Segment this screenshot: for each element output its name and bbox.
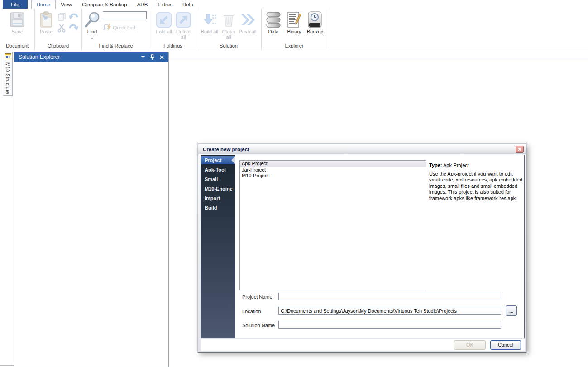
paste-clipboard-icon — [39, 10, 53, 29]
save-label: Save — [11, 29, 23, 35]
ribbon-group-solution: Build all Clean all — [196, 9, 262, 50]
unfold-all-icon — [175, 10, 192, 29]
nav-item-smali[interactable]: Smali — [201, 175, 235, 183]
copy-icon[interactable] — [56, 12, 67, 22]
database-icon — [265, 10, 282, 29]
tab-extras[interactable]: Extras — [153, 0, 177, 9]
quick-find-icon — [103, 23, 112, 32]
ribbon-group-clipboard: Paste Clipboard — [35, 9, 82, 50]
ribbon-group-foldings: Fold all Unfold all Foldings — [150, 9, 196, 50]
backup-label: Backup — [307, 29, 324, 35]
clipboard-small-buttons — [56, 12, 79, 35]
solution-explorer-titlebar[interactable]: Solution Explorer — [14, 52, 168, 62]
tab-file[interactable]: File — [3, 0, 28, 9]
list-item-m10-project[interactable]: M10-Project — [240, 173, 426, 179]
tab-home[interactable]: Home — [31, 0, 56, 9]
ribbon-group-explorer: Data — [262, 9, 327, 50]
find-search-input[interactable] — [103, 11, 147, 19]
build-all-button[interactable]: Build all — [199, 10, 220, 40]
find-dropdown-caret-icon[interactable] — [91, 36, 94, 41]
cancel-button[interactable]: Cancel — [490, 340, 521, 350]
quick-find-button[interactable]: Quick find — [103, 23, 149, 32]
tab-view[interactable]: View — [56, 0, 77, 9]
fold-all-label: Fold all — [156, 29, 172, 35]
project-type-list: Apk-Project Jar-Project M10-Project — [239, 160, 426, 290]
nav-item-build[interactable]: Build — [201, 204, 235, 212]
nav-item-m10-engine[interactable]: M10-Engine — [201, 185, 235, 193]
solution-explorer-title: Solution Explorer — [19, 54, 60, 60]
ribbon-group-find-replace: Find Q — [82, 9, 150, 50]
tab-adb[interactable]: ADB — [132, 0, 153, 9]
panel-menu-chevron-icon[interactable] — [141, 56, 145, 58]
group-label-solution: Solution — [196, 43, 261, 48]
dialog-titlebar[interactable]: Create new project — [198, 144, 526, 154]
list-item-jar-project[interactable]: Jar-Project — [240, 167, 426, 173]
backup-explorer-button[interactable]: Backup — [305, 10, 325, 35]
project-type-info: Type: Apk-Project Use the Apk-project if… — [429, 162, 523, 201]
browse-button[interactable]: ... — [506, 305, 517, 316]
nav-item-project[interactable]: Project — [201, 156, 235, 164]
find-label: Find — [87, 29, 97, 35]
cut-scissors-icon[interactable] — [56, 23, 67, 33]
unfold-all-button[interactable]: Unfold all — [174, 10, 192, 40]
fold-all-icon — [155, 10, 172, 29]
ok-button[interactable]: OK — [454, 340, 486, 350]
dock-tab-m10-structure[interactable]: M10 Structure — [3, 52, 13, 96]
backup-drive-clock-icon — [306, 10, 324, 29]
group-label-clipboard: Clipboard — [35, 43, 81, 48]
ribbon-tabbar: File Home View Compare & Backup ADB Extr… — [0, 0, 588, 9]
fold-all-button[interactable]: Fold all — [153, 10, 174, 40]
group-label-foldings: Foldings — [150, 43, 196, 48]
solution-name-input[interactable] — [278, 321, 501, 329]
project-name-input[interactable] — [278, 293, 501, 300]
list-item-apk-project[interactable]: Apk-Project — [240, 161, 426, 167]
solution-name-label: Solution Name — [242, 323, 275, 328]
redo-icon[interactable] — [67, 23, 79, 33]
app-window: File Home View Compare & Backup ADB Extr… — [0, 0, 588, 367]
binary-explorer-button[interactable]: Binary — [284, 10, 305, 35]
find-button[interactable]: Find — [83, 10, 101, 41]
data-explorer-button[interactable]: Data — [263, 10, 284, 35]
clean-all-button[interactable]: Clean all — [220, 10, 237, 40]
dialog-title: Create new project — [203, 147, 249, 152]
project-type-description: Use the Apk-project if you want to edit … — [429, 171, 523, 201]
nav-item-apk-tool[interactable]: Apk-Tool — [201, 166, 235, 174]
ribbon: Save Document Paste — [0, 9, 588, 50]
save-button[interactable]: Save — [7, 10, 28, 35]
undo-icon[interactable] — [67, 12, 79, 22]
group-label-explorer: Explorer — [262, 43, 327, 48]
dialog-nav-sidebar: Project Apk-Tool Smali M10-Engine Import… — [201, 155, 235, 338]
location-input[interactable] — [278, 307, 501, 315]
nav-item-import[interactable]: Import — [201, 194, 235, 202]
unfold-all-label: Unfold all — [174, 29, 192, 40]
m10-structure-icon — [5, 53, 11, 61]
quick-find-label: Quick find — [113, 25, 135, 30]
dialog-body: Project Apk-Tool Smali M10-Engine Import… — [201, 155, 525, 338]
panel-pin-icon[interactable] — [150, 54, 154, 60]
tab-compare-backup[interactable]: Compare & Backup — [77, 0, 132, 9]
tab-help[interactable]: Help — [177, 0, 198, 9]
document-area-divider — [169, 58, 588, 58]
paste-button[interactable]: Paste — [37, 10, 55, 35]
push-all-button[interactable]: Push all — [237, 10, 258, 40]
push-all-label: Push all — [239, 29, 256, 35]
group-label-document: Document — [0, 43, 34, 48]
create-new-project-dialog: Create new project Project Apk-Tool Smal… — [198, 144, 526, 353]
dialog-close-button[interactable] — [516, 146, 524, 153]
project-name-label: Project Name — [242, 294, 272, 300]
panel-close-icon[interactable] — [160, 55, 164, 59]
clean-all-trash-icon — [221, 10, 236, 29]
data-label: Data — [268, 29, 278, 35]
location-label: Location — [242, 309, 261, 314]
binary-label: Binary — [287, 29, 301, 35]
type-value: Apk-Project — [443, 162, 469, 168]
solution-explorer-panel: Solution Explorer — [14, 52, 169, 367]
build-all-icon — [201, 10, 218, 29]
build-all-label: Build all — [201, 29, 219, 35]
paste-label: Paste — [40, 29, 53, 35]
push-all-chevrons-icon — [239, 10, 256, 29]
type-label: Type: — [429, 162, 442, 168]
find-magnifier-icon — [84, 10, 101, 29]
clean-all-label: Clean all — [220, 29, 237, 40]
save-floppy-icon — [10, 10, 25, 29]
